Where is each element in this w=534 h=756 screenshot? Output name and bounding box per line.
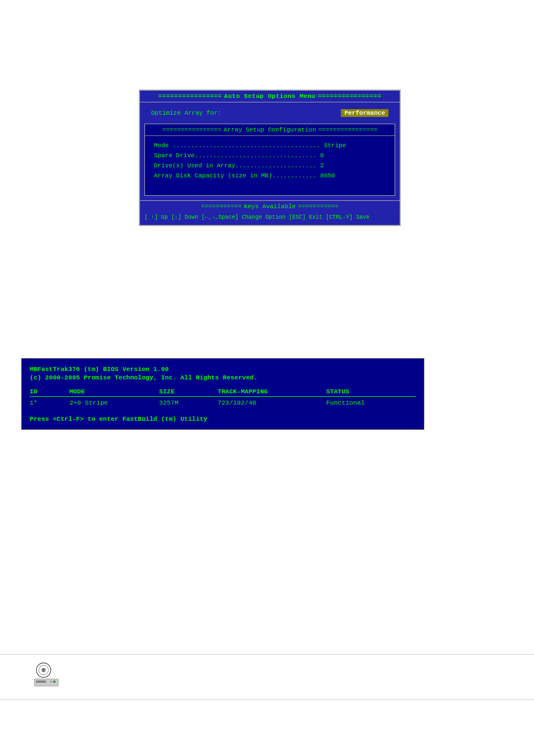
cell-mode: 2+0 Stripe xyxy=(69,397,159,409)
config-row-spacer xyxy=(154,181,386,191)
svg-point-6 xyxy=(53,680,55,683)
cell-size: 3257M xyxy=(159,397,217,409)
array-title-dashes-right: ================ xyxy=(318,126,378,133)
array-config-title-text: Array Setup Configuration xyxy=(221,126,318,133)
config-body: Mode ...................................… xyxy=(145,136,395,195)
table-row: 1* 2+0 Stripe 3257M 723/192/48 Functiona… xyxy=(30,397,416,409)
col-header-size: SIZE xyxy=(159,387,217,397)
array-config-panel: ================ Array Setup Configurati… xyxy=(144,124,395,196)
col-header-mode: MODE xyxy=(69,387,159,397)
svg-point-3 xyxy=(43,669,44,671)
auto-setup-section: Optimize Array for: Performance xyxy=(140,102,400,124)
keys-dashes-left: =========== xyxy=(201,203,242,210)
col-header-status: STATUS xyxy=(326,387,416,397)
bios-header-line2: (c) 2000-2005 Promise Technology, Inc. A… xyxy=(30,374,416,381)
auto-setup-title-bar: ================ Auto Setup Options Menu… xyxy=(140,91,400,102)
config-row-drives: Drive(s) Used in Array..................… xyxy=(154,161,386,171)
cell-track-mapping: 723/192/48 xyxy=(218,397,326,409)
optimize-row: Optimize Array for: Performance xyxy=(151,107,388,119)
array-title-dashes-left: ================ xyxy=(162,126,222,133)
bottom-section xyxy=(0,654,534,700)
svg-point-7 xyxy=(50,681,52,683)
optimize-value[interactable]: Performance xyxy=(341,109,388,117)
config-row-mode: Mode ...................................… xyxy=(154,140,386,151)
array-config-title: ================ Array Setup Configurati… xyxy=(145,124,395,136)
bios-table: ID MODE SIZE TRACK-MAPPING STATUS 1* 2+0… xyxy=(30,387,416,408)
bios-table-body: 1* 2+0 Stripe 3257M 723/192/48 Functiona… xyxy=(30,397,416,409)
config-row-spare: Spare Drive.............................… xyxy=(154,151,386,161)
title-dashes-right1: ================ xyxy=(318,93,382,100)
optimize-label: Optimize Array for: xyxy=(151,110,221,116)
config-row-capacity: Array Disk Capacity (size in MB)........… xyxy=(154,171,386,181)
col-header-track: TRACK-MAPPING xyxy=(218,387,326,397)
keys-title: =========== Keys Available =========== xyxy=(140,201,400,212)
cell-id: 1* xyxy=(30,397,69,409)
auto-setup-title-text: Auto Setup Options Menu xyxy=(222,93,317,100)
col-header-id: ID xyxy=(30,387,69,397)
keys-title-text: Keys Available xyxy=(242,203,298,210)
bios-press-line: Press <Ctrl-F> to enter FastBuild (tm) U… xyxy=(30,415,416,422)
bios-table-header: ID MODE SIZE TRACK-MAPPING STATUS xyxy=(30,387,416,397)
cell-status: Functional xyxy=(326,397,416,409)
device-icon xyxy=(34,660,73,694)
keys-dashes-right: =========== xyxy=(298,203,339,210)
bios-boot-panel: MBFastTrak376 (tm) BIOS Version 1.00 (c)… xyxy=(21,358,424,430)
cd-drive-icon xyxy=(34,660,62,688)
bios-header-line1: MBFastTrak376 (tm) BIOS Version 1.00 xyxy=(30,365,416,373)
bios-setup-panel: ================ Auto Setup Options Menu… xyxy=(139,90,401,226)
svg-rect-5 xyxy=(36,680,46,683)
title-dashes-left1: ================ xyxy=(158,93,222,100)
keys-body: [ ↑] Up [↓] Down [←,→,Space] Change Opti… xyxy=(140,212,400,225)
keys-section: =========== Keys Available =========== [… xyxy=(140,200,400,225)
page-container: ================ Auto Setup Options Menu… xyxy=(0,0,534,756)
table-header-row: ID MODE SIZE TRACK-MAPPING STATUS xyxy=(30,387,416,397)
